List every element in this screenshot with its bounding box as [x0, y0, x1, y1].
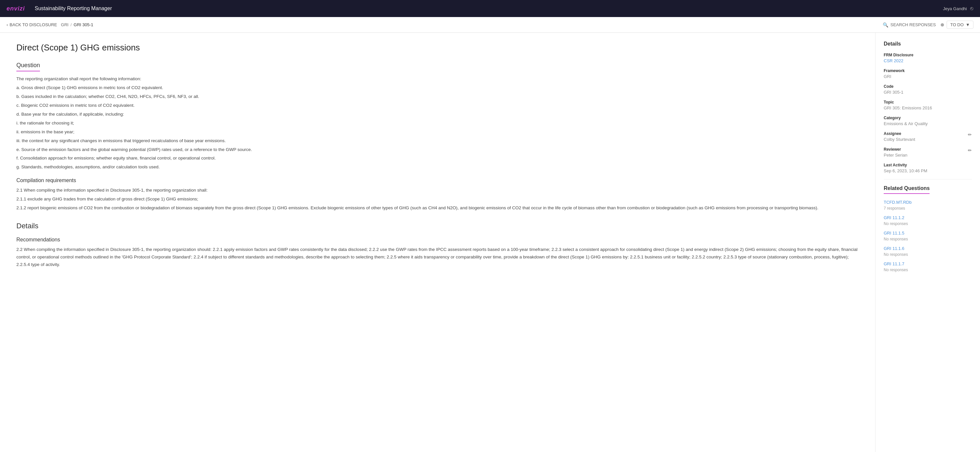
- main-layout: Direct (Scope 1) GHG emissions Question …: [0, 33, 980, 452]
- page-title: Direct (Scope 1) GHG emissions: [16, 43, 859, 53]
- related-responses-1: No responses: [884, 221, 908, 226]
- related-link-1[interactable]: GRI 11.1.2: [884, 215, 972, 220]
- compilation-heading: Compilation requirements: [16, 178, 859, 183]
- related-link-2[interactable]: GRI 11.1.5: [884, 231, 972, 236]
- reviewer-edit-icon[interactable]: ✏: [968, 148, 972, 153]
- compilation-item-1: 2.1.1 exclude any GHG trades from the ca…: [16, 196, 859, 203]
- category-value: Emissions & Air Quality: [884, 121, 972, 126]
- reviewer-row: Reviewer Peter Serian ✏: [884, 147, 972, 158]
- todo-dot-indicator: [941, 23, 944, 27]
- last-activity-value: Sep 6, 2023, 10:46 PM: [884, 168, 972, 173]
- user-name: Jeya Gandhi: [943, 6, 967, 11]
- question-item-1: b. Gases included in the calculation; wh…: [16, 93, 859, 100]
- recommendations-body: 2.2 When compiling the information speci…: [16, 246, 859, 269]
- question-body: The reporting organization shall report …: [16, 75, 859, 171]
- last-activity-row: Last Activity Sep 6, 2023, 10:46 PM: [884, 163, 972, 173]
- category-label: Category: [884, 116, 972, 120]
- recommendations-text: 2.2 When compiling the information speci…: [16, 246, 859, 269]
- category-row: Category Emissions & Air Quality: [884, 116, 972, 126]
- question-item-5: ii. emissions in the base year;: [16, 128, 859, 136]
- details-heading: Details: [16, 222, 859, 230]
- assignee-value: Colby Sturtevant: [884, 137, 915, 142]
- question-item-4: i. the rationale for choosing it;: [16, 119, 859, 127]
- topic-value: GRI 305: Emissions 2016: [884, 105, 972, 110]
- code-label: Code: [884, 84, 972, 89]
- framework-value: GRI: [884, 74, 972, 79]
- app-logo: envizi: [6, 5, 25, 12]
- breadcrumb-sep2: /: [70, 22, 72, 27]
- related-item-2: GRI 11.1.5 No responses: [884, 231, 972, 241]
- assignee-edit-icon[interactable]: ✏: [968, 132, 972, 137]
- related-title: Related Questions: [884, 185, 929, 194]
- assignee-label: Assignee: [884, 131, 915, 136]
- topic-row: Topic GRI 305: Emissions 2016: [884, 100, 972, 110]
- sidebar-details-title: Details: [884, 41, 972, 47]
- related-item-0: TCFD.MT.RDb 7 responses: [884, 200, 972, 211]
- compilation-item-2: 2.1.2 report biogenic emissions of CO2 f…: [16, 204, 859, 212]
- related-item-3: GRI 11.1.6 No responses: [884, 246, 972, 257]
- app-title: Sustainability Reporting Manager: [35, 6, 112, 11]
- back-label: BACK TO DISCLOSURE: [10, 22, 57, 27]
- search-icon: 🔍: [883, 22, 888, 27]
- related-item-1: GRI 11.1.2 No responses: [884, 215, 972, 226]
- code-row: Code GRI 305-1: [884, 84, 972, 95]
- topic-label: Topic: [884, 100, 972, 105]
- back-chevron-icon: ‹: [6, 22, 8, 27]
- reviewer-label: Reviewer: [884, 147, 907, 152]
- search-responses-button[interactable]: 🔍 SEARCH RESPONSES: [883, 22, 936, 27]
- breadcrumb-current: GRI 305-1: [74, 22, 93, 27]
- related-item-4: GRI 11.1.7 No responses: [884, 261, 972, 272]
- reviewer-value: Peter Serian: [884, 153, 907, 158]
- related-questions-section: Related Questions TCFD.MT.RDb 7 response…: [884, 185, 972, 272]
- question-intro: The reporting organization shall report …: [16, 75, 859, 83]
- assignee-row: Assignee Colby Sturtevant ✏: [884, 131, 972, 142]
- content-area: Direct (Scope 1) GHG emissions Question …: [0, 33, 875, 452]
- back-to-disclosure-link[interactable]: ‹ BACK TO DISCLOSURE: [6, 22, 57, 27]
- question-item-0: a. Gross direct (Scope 1) GHG emissions …: [16, 84, 859, 92]
- related-responses-3: No responses: [884, 252, 908, 257]
- question-item-7: e. Source of the emission factors and th…: [16, 146, 859, 154]
- question-heading: Question: [16, 62, 40, 72]
- frm-disclosure-row: FRM Disclosure CSR 2022: [884, 53, 972, 63]
- sidebar-divider: [884, 179, 972, 180]
- question-item-2: c. Biogenic CO2 emissions in metric tons…: [16, 102, 859, 110]
- code-value: GRI 305-1: [884, 90, 972, 95]
- question-section: Question The reporting organization shal…: [16, 62, 859, 212]
- todo-label: TO DO: [950, 22, 964, 27]
- search-label: SEARCH RESPONSES: [890, 22, 936, 27]
- question-item-6: iii. the context for any significant cha…: [16, 137, 859, 145]
- question-item-3: d. Base year for the calculation, if app…: [16, 111, 859, 118]
- related-link-3[interactable]: GRI 11.1.6: [884, 246, 972, 251]
- related-responses-4: No responses: [884, 267, 908, 272]
- todo-chevron-icon: ▼: [966, 22, 970, 27]
- related-link-0[interactable]: TCFD.MT.RDb: [884, 200, 972, 205]
- question-item-8: f. Consolidation approach for emissions;…: [16, 154, 859, 162]
- breadcrumb-bar: ‹ BACK TO DISCLOSURE GRI / GRI 305-1 🔍 S…: [0, 17, 980, 33]
- related-link-4[interactable]: GRI 11.1.7: [884, 261, 972, 266]
- user-info: Jeya Gandhi ⎋: [943, 6, 974, 11]
- frm-value[interactable]: CSR 2022: [884, 58, 972, 63]
- related-responses-2: No responses: [884, 237, 908, 241]
- framework-label: Framework: [884, 68, 972, 73]
- top-nav: envizi Sustainability Reporting Manager …: [0, 0, 980, 17]
- recommendations-heading: Recommendations: [16, 237, 859, 243]
- related-responses-0: 7 responses: [884, 206, 905, 211]
- compilation-body: 2.1 When compiling the information speci…: [16, 187, 859, 212]
- last-activity-label: Last Activity: [884, 163, 972, 167]
- frm-label: FRM Disclosure: [884, 53, 972, 57]
- question-item-9: g. Standards, methodologies, assumptions…: [16, 164, 859, 171]
- framework-row: Framework GRI: [884, 68, 972, 79]
- todo-dropdown[interactable]: TO DO ▼: [947, 21, 974, 29]
- right-sidebar: Details FRM Disclosure CSR 2022 Framewor…: [875, 33, 980, 452]
- related-list: TCFD.MT.RDb 7 responses GRI 11.1.2 No re…: [884, 200, 972, 272]
- breadcrumb-gri: GRI: [61, 22, 68, 27]
- logout-icon[interactable]: ⎋: [970, 6, 974, 11]
- compilation-item-0: 2.1 When compiling the information speci…: [16, 187, 859, 194]
